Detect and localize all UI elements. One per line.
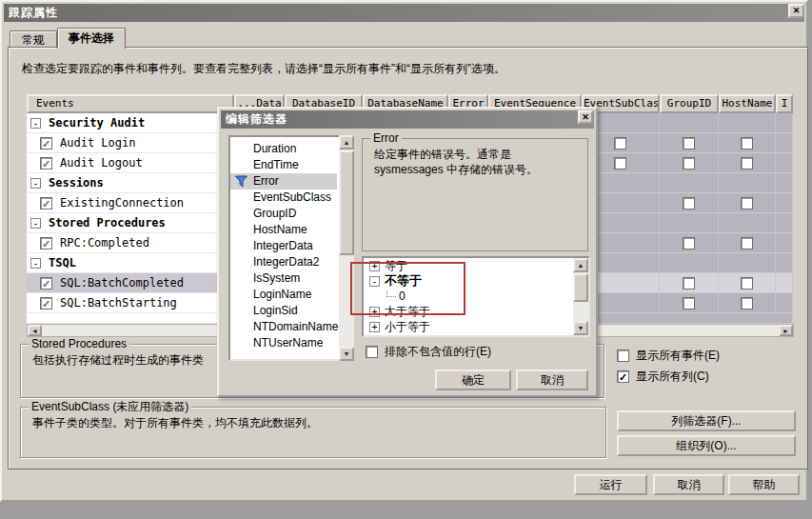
filter-column-item[interactable]: NTDomainName	[230, 319, 337, 335]
filter-column-item[interactable]: HostName	[230, 222, 337, 238]
grid-cell	[719, 293, 776, 313]
expand-toggle-icon[interactable]: +	[369, 322, 380, 332]
cancel-button[interactable]: 取消	[653, 474, 724, 495]
scroll-down-icon[interactable]: ▼	[339, 347, 354, 361]
event-checkbox[interactable]: ✓	[40, 237, 52, 250]
filter-column-item[interactable]: IsSystem	[230, 270, 337, 287]
filter-column-label: GroupID	[253, 207, 296, 220]
error-info-title: Error	[370, 131, 402, 145]
column-header[interactable]: I	[776, 94, 793, 113]
tab-general[interactable]: 常规	[10, 30, 57, 48]
collapse-toggle-icon[interactable]: -	[30, 178, 41, 189]
filter-column-item[interactable]: LoginName	[230, 287, 337, 303]
column-checkbox[interactable]	[614, 157, 626, 170]
event-checkbox[interactable]: ✓	[40, 297, 52, 309]
scroll-down-icon[interactable]: ▼	[573, 321, 588, 335]
column-checkbox[interactable]	[741, 137, 753, 150]
column-checkbox[interactable]	[683, 277, 695, 289]
scroll-left-icon[interactable]: ◄	[28, 325, 42, 336]
collapse-toggle-icon[interactable]: -	[30, 258, 41, 269]
column-checkbox[interactable]	[683, 297, 695, 309]
filter-column-label: EventSubClass	[253, 190, 331, 204]
column-checkbox[interactable]	[683, 157, 695, 170]
eventsubclass-panel: EventSubClass (未应用筛选器) 事件子类的类型。对于所有事件类，均…	[20, 407, 606, 458]
column-checkbox[interactable]	[741, 237, 753, 250]
column-header[interactable]: GroupID	[660, 94, 719, 113]
column-checkbox[interactable]	[614, 137, 626, 150]
event-group-label: TSQL	[49, 256, 76, 269]
column-checkbox[interactable]	[741, 157, 753, 170]
window-titlebar: 跟踪属性	[4, 4, 804, 22]
event-name-cell: ✓ExistingConnection	[27, 193, 234, 213]
show-all-events-checkbox[interactable]	[617, 349, 629, 362]
filter-column-item[interactable]: EventSubClass	[230, 190, 337, 206]
filter-column-item[interactable]: EndTime	[230, 157, 337, 173]
column-checkbox[interactable]	[741, 197, 753, 210]
grid-cell	[776, 253, 793, 273]
filter-column-item[interactable]: IntegerData2	[230, 254, 337, 270]
collapse-toggle-icon[interactable]: -	[30, 218, 41, 229]
filter-column-item[interactable]: Duration	[230, 141, 337, 157]
filter-column-label: HostName	[253, 223, 307, 236]
event-name-cell: -Sessions	[27, 173, 234, 193]
event-checkbox[interactable]: ✓	[40, 157, 52, 170]
filter-column-label: IntegerData2	[253, 255, 319, 269]
filter-list-scrollbar[interactable]: ▲ ▼	[339, 135, 354, 361]
event-checkbox[interactable]: ✓	[40, 137, 52, 150]
show-all-columns-label: 显示所有列(C)	[636, 369, 709, 385]
column-filters-button[interactable]: 列筛选器(F)...	[617, 410, 796, 431]
show-all-columns-checkbox[interactable]: ✓	[617, 370, 629, 383]
instruction-text: 检查选定要跟踪的事件和事件列。要查看完整列表，请选择“显示所有事件”和“显示所有…	[22, 61, 793, 77]
grid-cell	[776, 153, 793, 173]
exclude-rows-checkbox[interactable]	[366, 346, 378, 358]
column-checkbox[interactable]	[683, 237, 695, 250]
collapse-toggle-icon[interactable]: -	[30, 118, 41, 129]
organize-columns-button[interactable]: 组织列(O)...	[617, 435, 796, 456]
column-checkbox[interactable]	[741, 277, 753, 289]
column-checkbox[interactable]	[683, 137, 695, 150]
filter-column-label: LoginName	[253, 288, 311, 301]
ok-button[interactable]: 确定	[435, 369, 511, 390]
help-button[interactable]: 帮助	[728, 474, 800, 495]
dialog-close-icon[interactable]: ✕	[578, 110, 593, 124]
grid-cell	[776, 213, 793, 233]
dialog-title: 编辑筛选器	[226, 112, 287, 126]
show-all-events-option: 显示所有事件(E)	[617, 348, 720, 364]
column-checkbox[interactable]	[741, 297, 753, 309]
eventsubclass-panel-title: EventSubClass (未应用筛选器)	[29, 400, 191, 413]
grid-cell	[776, 293, 793, 313]
dialog-cancel-button[interactable]: 取消	[516, 369, 588, 390]
scrollbar-thumb[interactable]	[573, 273, 588, 302]
filter-column-label: IsSystem	[253, 271, 300, 285]
scrollbar-thumb[interactable]	[339, 150, 354, 255]
tree-scrollbar[interactable]: ▲ ▼	[573, 258, 588, 335]
grid-cell	[776, 113, 793, 133]
filter-column-item[interactable]: Error	[230, 173, 337, 190]
scroll-up-icon[interactable]: ▲	[339, 135, 354, 150]
grid-cell	[719, 133, 776, 153]
event-checkbox[interactable]: ✓	[40, 277, 52, 289]
column-header[interactable]: Events	[27, 94, 234, 113]
grid-cell	[660, 233, 719, 253]
tab-event-selection[interactable]: 事件选择	[57, 28, 126, 49]
scroll-up-icon[interactable]: ▲	[573, 258, 588, 272]
scroll-right-icon[interactable]: ►	[779, 325, 793, 336]
event-group-label: Stored Procedures	[49, 216, 166, 230]
column-header[interactable]: HostName	[719, 94, 776, 113]
filter-column-item[interactable]: NTUserName	[230, 335, 337, 351]
filter-column-item[interactable]: GroupID	[230, 206, 337, 222]
filter-column-item[interactable]: LoginSid	[230, 303, 337, 319]
event-name-cell: ✓SQL:BatchStarting	[27, 293, 234, 313]
close-icon[interactable]: ✕	[788, 4, 804, 18]
tree-node[interactable]: +小于等于	[364, 319, 588, 334]
column-checkbox[interactable]	[683, 197, 695, 210]
stored-procedures-panel-title: Stored Procedures	[29, 337, 129, 350]
grid-cell	[719, 273, 776, 293]
event-name-cell: -TSQL	[27, 253, 234, 273]
dialog-titlebar: 编辑筛选器	[221, 110, 594, 129]
event-checkbox[interactable]: ✓	[40, 197, 52, 210]
run-button[interactable]: 运行	[574, 474, 647, 495]
filter-column-item[interactable]: IntegerData	[230, 238, 337, 254]
event-name-cell: -Security Audit	[27, 113, 234, 133]
grid-cell	[660, 133, 719, 153]
